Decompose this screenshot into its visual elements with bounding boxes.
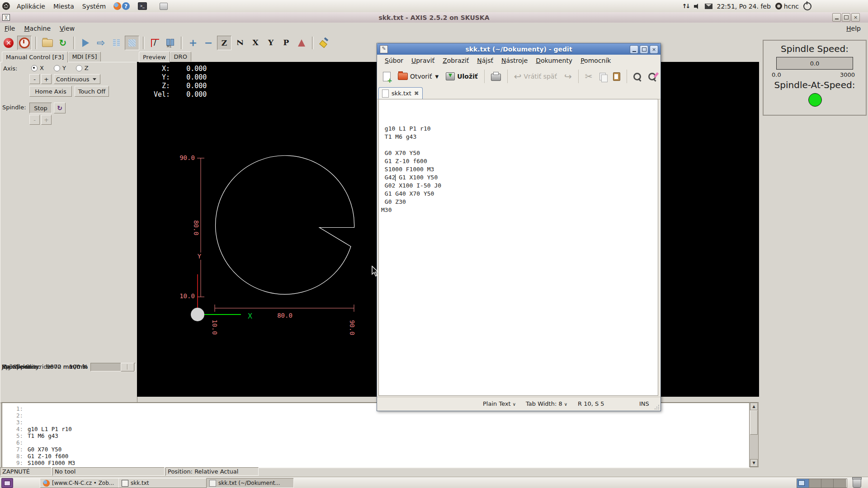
tab-dro[interactable]: DRO: [170, 52, 191, 61]
taskbar-task-button[interactable]: [www.C-N-C.cz • Zob...: [40, 478, 123, 488]
gedit-menu[interactable]: Nástroje: [497, 57, 532, 64]
spindle-stop-button[interactable]: Stop: [29, 103, 52, 113]
view-button[interactable]: Z: [217, 36, 231, 50]
new-document-button[interactable]: [381, 69, 393, 84]
axis-titlebar[interactable]: ╳ skk.txt - AXIS 2.5.2 on SKUSKA: [0, 12, 868, 23]
gedit-close-button[interactable]: ×: [650, 45, 658, 54]
taskbar-task-button[interactable]: skk.txt: [118, 478, 211, 488]
undo-button[interactable]: ↩ Vrátiť späť: [512, 69, 559, 84]
jog-mode-dropdown[interactable]: Continuous: [54, 74, 100, 84]
axis-close-button[interactable]: ×: [851, 13, 860, 22]
panel-menu[interactable]: Miesta: [49, 3, 78, 10]
firefox-launcher-icon[interactable]: [113, 2, 121, 10]
cut-button[interactable]: ✂: [583, 69, 595, 84]
tab-close-icon[interactable]: ✖: [414, 90, 419, 97]
axis-maximize-button[interactable]: [842, 13, 850, 22]
home-axis-button[interactable]: Home Axis: [29, 86, 72, 97]
power-icon[interactable]: [803, 2, 811, 10]
view-button[interactable]: P: [279, 36, 293, 49]
program-listing[interactable]: 1: 2: 3: 4: g10 L1 P1 r10 5: T1 M6 g43 6…: [1, 402, 750, 468]
gedit-menu[interactable]: Nájsť: [473, 57, 497, 64]
tab-preview[interactable]: Preview: [139, 52, 170, 62]
language-selector[interactable]: Plain Text ∨: [483, 400, 516, 407]
program-line[interactable]: 6:: [2, 439, 749, 446]
workspace-2[interactable]: [809, 479, 821, 488]
workspace-4[interactable]: [834, 479, 846, 488]
gedit-menu[interactable]: Upraviť: [407, 57, 439, 64]
zoom-out-button[interactable]: −: [202, 36, 215, 50]
clear-plot-button[interactable]: [317, 36, 331, 50]
search-button[interactable]: [631, 69, 643, 84]
gedit-menu[interactable]: Súbor: [381, 57, 407, 64]
clock[interactable]: 22:51, Po 24. feb: [717, 3, 771, 10]
axis-radio[interactable]: Z: [76, 65, 89, 71]
slider-handle[interactable]: [121, 363, 134, 371]
view-button[interactable]: Z: [233, 36, 247, 49]
panel-menu[interactable]: Aplikácie: [13, 3, 49, 10]
gedit-menu[interactable]: Dokumenty: [532, 57, 576, 64]
document-tab[interactable]: skk.txt ✖: [378, 87, 423, 99]
replace-button[interactable]: [646, 69, 658, 84]
gedit-maximize-button[interactable]: [640, 45, 648, 54]
menu-help[interactable]: Help: [842, 25, 865, 32]
archiver-launcher-icon[interactable]: [160, 3, 168, 10]
skip-lines-button[interactable]: [148, 36, 162, 50]
tab-manual-control-f3-[interactable]: Manual Control [F3]: [2, 52, 68, 62]
distro-logo-icon[interactable]: [2, 2, 10, 10]
jog-plus-button[interactable]: +: [41, 74, 52, 84]
gedit-menu[interactable]: Zobraziť: [439, 57, 473, 64]
resize-grip[interactable]: [654, 404, 660, 410]
program-line[interactable]: 9: S1000 F1000 M3: [2, 460, 749, 466]
axis-menu[interactable]: File: [0, 25, 19, 32]
step-button[interactable]: ⇨: [94, 36, 108, 50]
terminal-launcher-icon[interactable]: >_: [138, 2, 147, 10]
stop-button[interactable]: [125, 36, 139, 50]
paste-button[interactable]: [611, 69, 623, 84]
volume-icon[interactable]: [694, 4, 700, 9]
program-line[interactable]: 3:: [2, 419, 749, 426]
open-file-button[interactable]: [41, 36, 54, 50]
axis-radio[interactable]: Y: [54, 65, 66, 71]
redo-button[interactable]: ↪: [562, 69, 574, 84]
print-button[interactable]: [489, 69, 503, 84]
taskbar-task-button[interactable]: skk.txt (~/Dokument...: [206, 478, 294, 488]
slider-track[interactable]: [90, 363, 136, 371]
network-monitor-icon[interactable]: ↑↓: [682, 3, 689, 9]
zoom-in-button[interactable]: +: [186, 36, 200, 50]
help-launcher-icon[interactable]: ?: [122, 2, 130, 10]
program-line[interactable]: 5: T1 M6 g43: [2, 432, 749, 439]
estop-button[interactable]: ✕: [2, 36, 15, 50]
optional-pause-button[interactable]: M1: [164, 36, 177, 50]
open-button[interactable]: Otvoriť ▼: [396, 69, 441, 84]
pause-button[interactable]: [109, 36, 123, 50]
gedit-minimize-button[interactable]: [630, 45, 638, 54]
rotate-view-button[interactable]: [295, 36, 308, 50]
touch-off-button[interactable]: Touch Off: [75, 86, 109, 97]
view-button[interactable]: X: [249, 36, 262, 49]
panel-menu[interactable]: Systém: [78, 3, 110, 10]
reload-file-button[interactable]: ↻: [56, 36, 70, 50]
mail-icon[interactable]: [705, 4, 712, 9]
axis-menu[interactable]: Machine: [19, 25, 55, 32]
show-desktop-button[interactable]: [1, 478, 13, 488]
axis-radio[interactable]: X: [31, 65, 44, 71]
program-line[interactable]: 2:: [2, 412, 749, 419]
machine-power-button[interactable]: [17, 36, 32, 50]
user-menu[interactable]: hcnc: [775, 3, 799, 10]
scroll-up-icon[interactable]: ▲: [750, 403, 758, 410]
copy-button[interactable]: [597, 69, 608, 84]
trash-icon[interactable]: [853, 478, 861, 488]
jog-minus-button[interactable]: -: [29, 74, 40, 84]
gedit-text-area[interactable]: g10 L1 P1 r10 T1 M6 g43 G0 X70 Y50 G1 Z-…: [378, 99, 658, 396]
spindle-brake-button[interactable]: ↻: [54, 103, 66, 113]
scroll-down-icon[interactable]: ▼: [750, 459, 758, 467]
tab-width-selector[interactable]: Tab Width: 8 ∨: [526, 400, 567, 407]
program-line[interactable]: 4: g10 L1 P1 r10: [2, 426, 749, 432]
workspace-3[interactable]: [821, 479, 834, 488]
tab-mdi-f5-[interactable]: MDI [F5]: [68, 52, 101, 61]
workspace-switcher[interactable]: [797, 479, 847, 488]
gedit-titlebar[interactable]: ✎ skk.txt (~/Dokumenty) - gedit: [377, 43, 660, 55]
axis-menu[interactable]: View: [55, 25, 79, 32]
run-program-button[interactable]: [79, 36, 92, 50]
workspace-1[interactable]: [797, 479, 809, 488]
